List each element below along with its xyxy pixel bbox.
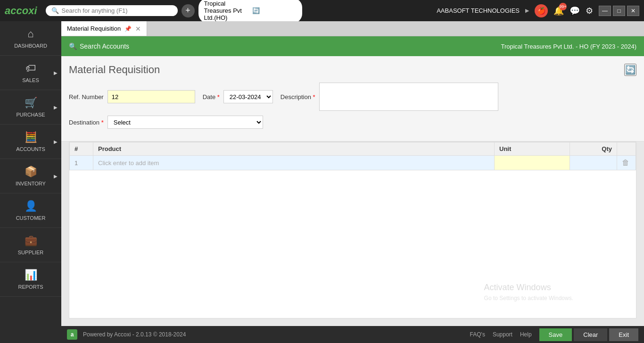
col-unit: Unit [495, 142, 570, 156]
search-box[interactable]: 🔍 [46, 5, 178, 16]
destination-select[interactable]: Select [107, 116, 263, 129]
search-input[interactable] [62, 7, 165, 14]
sidebar-label-purchase: PURCHASE [16, 112, 45, 117]
company-info: Tropical Treasures Pvt Ltd. - HO (FY 202… [501, 43, 636, 50]
description-label: Description * [281, 93, 315, 100]
description-input[interactable] [319, 83, 498, 111]
exit-button[interactable]: Exit [609, 328, 638, 341]
topbar-right: AABASOFT TECHNOLOGIES ▶ 🍎 🔔 99+ 💬 ⚙ — □ … [437, 4, 639, 17]
accounts-chevron: ▶ [54, 139, 58, 144]
delete-row-button[interactable]: 🗑 [622, 159, 629, 167]
sidebar-item-customer[interactable]: 👤 CUSTOMER [0, 193, 61, 228]
notification-wrapper[interactable]: 🔔 99+ [553, 6, 564, 16]
reports-icon: 📊 [25, 269, 37, 281]
refresh-icon[interactable]: 🔄 [252, 7, 297, 14]
support-link[interactable]: Support [493, 331, 512, 338]
window-controls: — □ ✕ [599, 6, 639, 16]
logo: accoxi [5, 5, 37, 17]
sidebar-item-accounts[interactable]: 🧮 ACCOUNTS ▶ [0, 125, 61, 159]
expand-icon[interactable]: ▶ [525, 8, 529, 14]
table-header-row: # Product Unit Qty [70, 142, 636, 156]
date-select[interactable]: 22-03-2024 [223, 90, 273, 103]
row-product[interactable]: Click enter to add item [93, 156, 495, 170]
sidebar-label-customer: CUSTOMER [16, 215, 46, 221]
clear-button[interactable]: Clear [574, 328, 607, 341]
date-label: Date * [203, 93, 220, 100]
sidebar-label-supplier: SUPPLIER [18, 250, 43, 255]
sidebar-item-supplier[interactable]: 💼 SUPPLIER [0, 228, 61, 262]
footer-logo-icon: a [67, 329, 77, 340]
sidebar-item-sales[interactable]: 🏷 SALES ▶ [0, 56, 61, 90]
sidebar-item-reports[interactable]: 📊 REPORTS [0, 262, 61, 297]
layout: ⌂ DASHBOARD 🏷 SALES ▶ 🛒 PURCHASE ▶ 🧮 ACC… [0, 21, 644, 343]
search-accounts-button[interactable]: 🔍 Search Accounts [69, 42, 129, 50]
content-inner: 🔍 Search Accounts Tropical Treasures Pvt… [61, 36, 644, 326]
accounts-icon: 🧮 [25, 131, 37, 143]
user-company: AABASOFT TECHNOLOGIES [437, 7, 520, 14]
ref-number-input[interactable] [107, 90, 195, 103]
main-content: Material Requisition 📌 ✕ 🔍 Search Accoun… [61, 21, 644, 343]
destination-label: Destination * [69, 119, 104, 126]
tab-label: Material Requisition [67, 25, 121, 32]
purchase-icon: 🛒 [25, 97, 37, 109]
save-button[interactable]: Save [539, 328, 572, 341]
help-link[interactable]: Help [520, 331, 532, 338]
form-row-2: Destination * Select [69, 116, 636, 129]
add-button[interactable]: + [182, 4, 195, 17]
search-accounts-icon: 🔍 [69, 42, 77, 50]
row-num: 1 [70, 156, 93, 170]
form-refresh-button[interactable]: 🔄 [624, 64, 636, 76]
maximize-button[interactable]: □ [613, 6, 625, 16]
purchase-chevron: ▶ [54, 105, 58, 110]
sales-icon: 🏷 [25, 62, 36, 75]
company-name-display: Tropical Treasures Pvt Ltd.(HO) [204, 0, 248, 21]
row-product-placeholder: Click enter to add item [98, 159, 159, 167]
table-row[interactable]: 1 Click enter to add item 🗑 [70, 156, 636, 170]
tab-close-button[interactable]: ✕ [135, 25, 141, 33]
sidebar: ⌂ DASHBOARD 🏷 SALES ▶ 🛒 PURCHASE ▶ 🧮 ACC… [0, 21, 61, 343]
tab-bar: Material Requisition 📌 ✕ [61, 21, 644, 36]
form-area: Material Requisition 🔄 Ref. Number Date … [61, 56, 644, 142]
notification-badge: 99+ [559, 3, 567, 10]
topbar: accoxi 🔍 + Tropical Treasures Pvt Ltd.(H… [0, 0, 644, 21]
col-product: Product [93, 142, 495, 156]
page-title: Material Requisition [69, 64, 160, 76]
table-area: # Product Unit Qty 1 Click e [61, 142, 644, 326]
sidebar-item-inventory[interactable]: 📦 INVENTORY ▶ [0, 159, 61, 193]
company-selector[interactable]: Tropical Treasures Pvt Ltd.(HO) 🔄 [198, 0, 302, 23]
powered-by: Powered by Accoxi - 2.0.13 © 2018-2024 [83, 331, 186, 338]
sales-chevron: ▶ [54, 70, 58, 75]
sidebar-label-dashboard: DASHBOARD [14, 43, 47, 49]
sidebar-label-sales: SALES [22, 77, 39, 83]
inventory-icon: 📦 [25, 166, 37, 178]
tab-material-requisition[interactable]: Material Requisition 📌 ✕ [61, 21, 147, 36]
message-icon[interactable]: 💬 [570, 6, 580, 16]
search-icon: 🔍 [51, 7, 59, 14]
faq-link[interactable]: FAQ's [470, 331, 485, 338]
avatar[interactable]: 🍎 [535, 4, 548, 17]
supplier-icon: 💼 [25, 234, 37, 247]
ref-number-field: Ref. Number [69, 90, 195, 103]
row-unit [495, 156, 570, 170]
items-table: # Product Unit Qty 1 Click e [69, 142, 636, 170]
footer-logo: a [67, 329, 77, 340]
sidebar-label-accounts: ACCOUNTS [16, 146, 45, 152]
tab-pin-icon[interactable]: 📌 [124, 25, 132, 32]
close-button[interactable]: ✕ [627, 6, 639, 16]
settings-icon[interactable]: ⚙ [586, 6, 593, 16]
minimize-button[interactable]: — [599, 6, 611, 16]
footer-actions: Save Clear Exit [539, 328, 638, 341]
destination-field: Destination * Select [69, 116, 263, 129]
green-header: 🔍 Search Accounts Tropical Treasures Pvt… [61, 36, 644, 56]
search-accounts-label: Search Accounts [80, 42, 129, 50]
inventory-chevron: ▶ [54, 174, 58, 179]
sidebar-item-dashboard[interactable]: ⌂ DASHBOARD [0, 21, 61, 56]
sidebar-label-reports: REPORTS [18, 284, 43, 290]
footer-links: FAQ's Support Help [470, 331, 532, 338]
col-num: # [70, 142, 93, 156]
ref-number-label: Ref. Number [69, 93, 104, 100]
table-container: # Product Unit Qty 1 Click e [69, 142, 636, 318]
sidebar-item-purchase[interactable]: 🛒 PURCHASE ▶ [0, 90, 61, 125]
col-action [617, 142, 636, 156]
row-qty [570, 156, 617, 170]
